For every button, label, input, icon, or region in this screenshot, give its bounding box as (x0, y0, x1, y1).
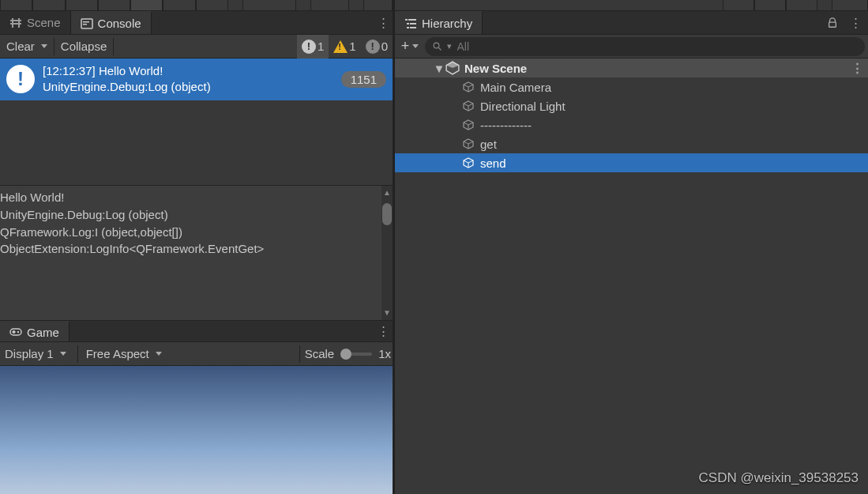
stack-line: QFramework.Log:I (object,object[]) (0, 224, 393, 241)
hierarchy-tree[interactable]: ▼ New Scene ⋮ Main Camera Directional Li… (395, 58, 868, 494)
info-count: 1 (318, 40, 324, 53)
clear-label: Clear (6, 40, 35, 53)
svg-rect-15 (407, 27, 409, 28)
hierarchy-item[interactable]: ------------- (395, 115, 868, 134)
scrollbar[interactable]: ▲ ▼ (381, 186, 393, 320)
lock-icon[interactable] (827, 17, 838, 28)
item-label: ------------- (480, 119, 532, 132)
create-button[interactable]: + (398, 36, 422, 57)
svg-line-36 (468, 141, 473, 144)
unity-scene-icon (445, 61, 460, 75)
gameobject-icon (461, 118, 475, 132)
search-input[interactable] (457, 40, 858, 53)
item-label: send (480, 156, 506, 170)
svg-line-28 (468, 104, 473, 106)
log-info-icon: ! (6, 65, 35, 93)
disclosure-icon[interactable]: ▼ (433, 62, 445, 75)
stack-line: Hello World! (0, 189, 393, 206)
stack-line: ObjectExtension:LogInfo<QFramework.Event… (0, 240, 393, 258)
tab-scene[interactable]: Scene (0, 11, 71, 34)
svg-line-31 (464, 123, 468, 125)
tabs-menu-icon[interactable]: ⋮ (374, 11, 393, 34)
hierarchy-icon (404, 17, 417, 30)
scroll-down-icon[interactable]: ▼ (383, 307, 391, 319)
tab-scene-label: Scene (27, 16, 61, 29)
svg-rect-10 (13, 330, 15, 334)
svg-rect-13 (407, 23, 409, 25)
console-log-entry[interactable]: ! [12:12:37] Hello World! UnityEngine.De… (0, 58, 393, 100)
svg-marker-21 (446, 62, 459, 68)
error-filter[interactable]: ! 0 (361, 35, 393, 58)
warn-filter[interactable]: 1 (329, 35, 360, 58)
svg-line-19 (439, 47, 442, 50)
game-view[interactable] (0, 366, 393, 494)
tab-console[interactable]: Console (71, 11, 152, 34)
slider-knob[interactable] (340, 349, 351, 360)
error-count: 0 (381, 40, 388, 53)
svg-line-24 (468, 85, 473, 87)
aspect-value: Free Aspect (86, 347, 149, 360)
item-label: Main Camera (480, 81, 551, 94)
clear-button[interactable]: Clear (0, 36, 54, 56)
info-icon: ! (302, 40, 316, 54)
warn-icon (333, 40, 348, 53)
watermark: CSDN @weixin_39538253 (699, 470, 859, 486)
gameobject-icon (461, 99, 475, 113)
scroll-thumb[interactable] (382, 203, 392, 225)
svg-line-39 (464, 160, 468, 163)
hierarchy-item-selected[interactable]: send (395, 153, 868, 172)
display-dropdown[interactable]: Display 1 (2, 344, 73, 364)
item-label: Directional Light (480, 100, 566, 113)
console-stack-panel[interactable]: Hello World! UnityEngine.Debug:Log (obje… (0, 185, 393, 320)
hierarchy-item[interactable]: get (395, 134, 868, 153)
scene-icon (9, 17, 22, 29)
collapse-label: Collapse (61, 40, 107, 53)
hierarchy-search[interactable]: ▾ (425, 37, 865, 56)
tab-hierarchy-label: Hierarchy (422, 17, 472, 30)
svg-line-23 (464, 85, 468, 87)
aspect-dropdown[interactable]: Free Aspect (83, 344, 295, 364)
scene-row[interactable]: ▼ New Scene ⋮ (395, 58, 868, 77)
svg-line-40 (468, 160, 473, 163)
stack-line: UnityEngine.Debug:Log (object) (0, 206, 393, 224)
hierarchy-tabs-menu-icon[interactable]: ⋮ (846, 16, 865, 30)
collapse-button[interactable]: Collapse (54, 36, 113, 56)
svg-rect-12 (408, 19, 416, 21)
svg-rect-14 (410, 23, 416, 25)
svg-rect-6 (83, 24, 87, 25)
log-entry-text: [12:12:37] Hello World! UnityEngine.Debu… (43, 63, 333, 96)
scale-label: Scale (305, 347, 335, 360)
gameobject-icon (461, 137, 475, 151)
scale-slider[interactable] (340, 353, 372, 356)
svg-rect-17 (829, 22, 836, 27)
display-value: Display 1 (5, 347, 54, 360)
hierarchy-item[interactable]: Directional Light (395, 96, 868, 115)
console-icon (81, 17, 93, 30)
scroll-up-icon[interactable]: ▲ (383, 187, 391, 199)
log-count-badge: 1151 (341, 71, 386, 88)
svg-rect-3 (18, 18, 20, 28)
svg-rect-16 (410, 27, 416, 28)
warn-count: 1 (349, 40, 355, 53)
svg-rect-7 (10, 329, 21, 335)
game-tabs-menu-icon[interactable]: ⋮ (374, 321, 393, 341)
tab-game[interactable]: Game (0, 321, 70, 341)
hierarchy-item[interactable]: Main Camera (395, 77, 868, 96)
svg-rect-11 (405, 19, 408, 21)
item-label: get (480, 138, 497, 151)
svg-line-32 (468, 123, 473, 125)
info-filter[interactable]: ! 1 (297, 35, 329, 58)
tab-hierarchy[interactable]: Hierarchy (395, 11, 483, 34)
console-log-list[interactable]: ! [12:12:37] Hello World! UnityEngine.De… (0, 58, 393, 185)
svg-line-35 (464, 141, 468, 144)
gameobject-icon (461, 156, 475, 170)
tab-game-label: Game (27, 326, 59, 339)
svg-rect-5 (83, 21, 89, 23)
scene-name: New Scene (464, 62, 527, 75)
scene-menu-icon[interactable]: ⋮ (851, 61, 863, 75)
svg-point-18 (434, 43, 439, 48)
error-icon: ! (366, 40, 380, 54)
gameobject-icon (461, 80, 475, 94)
svg-line-27 (464, 104, 468, 106)
scale-value: 1x (378, 347, 391, 360)
